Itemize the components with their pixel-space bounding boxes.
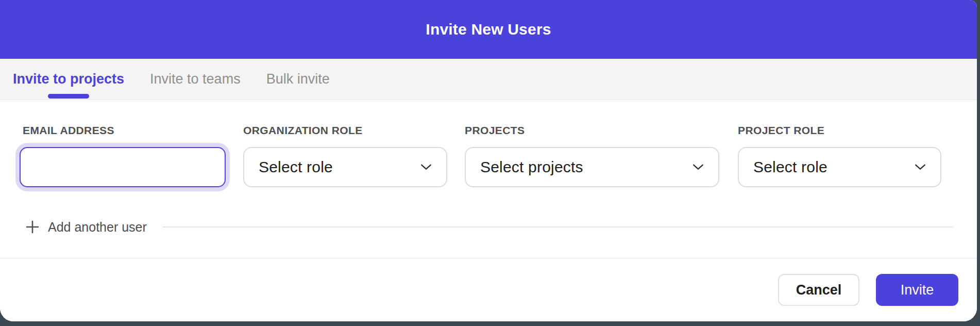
tab-label: Invite to projects xyxy=(13,71,124,87)
email-field-group: EMAIL ADDRESS xyxy=(15,124,233,187)
tab-label: Invite to teams xyxy=(150,71,241,87)
invite-button[interactable]: Invite xyxy=(876,274,958,306)
add-another-user-row: Add another user xyxy=(26,219,953,235)
email-input[interactable] xyxy=(20,147,226,187)
active-tab-underline xyxy=(48,94,89,99)
dialog-header: Invite New Users xyxy=(0,0,977,59)
tab-invite-to-teams[interactable]: Invite to teams xyxy=(150,59,241,100)
projects-value: Select projects xyxy=(480,158,583,176)
projects-field-group: PROJECTS Select projects xyxy=(465,124,719,187)
tab-bar: Invite to projects Invite to teams Bulk … xyxy=(0,59,977,100)
dialog-title: Invite New Users xyxy=(426,21,551,38)
invite-new-users-dialog: Invite New Users Invite to projects Invi… xyxy=(0,0,977,321)
projects-select[interactable]: Select projects xyxy=(465,147,719,187)
project-role-select[interactable]: Select role xyxy=(738,147,941,187)
divider-rule xyxy=(162,226,953,227)
project-role-label: PROJECT ROLE xyxy=(738,124,941,137)
add-another-user-label: Add another user xyxy=(48,220,147,235)
projects-label: PROJECTS xyxy=(465,124,719,137)
tab-bulk-invite[interactable]: Bulk invite xyxy=(266,59,330,100)
email-address-label: EMAIL ADDRESS xyxy=(23,124,233,137)
invite-form: EMAIL ADDRESS ORGANIZATION ROLE Select r… xyxy=(0,100,977,258)
organization-role-select[interactable]: Select role xyxy=(243,147,447,187)
cancel-button[interactable]: Cancel xyxy=(778,274,859,306)
organization-role-value: Select role xyxy=(259,158,333,176)
chevron-down-icon xyxy=(692,164,704,171)
project-role-field-group: PROJECT ROLE Select role xyxy=(738,124,941,187)
dialog-footer: Cancel Invite xyxy=(0,258,977,321)
tab-label: Bulk invite xyxy=(266,71,330,87)
organization-role-field-group: ORGANIZATION ROLE Select role xyxy=(243,124,447,187)
project-role-value: Select role xyxy=(753,158,827,176)
tab-invite-to-projects[interactable]: Invite to projects xyxy=(13,59,124,100)
add-another-user-button[interactable]: Add another user xyxy=(26,220,147,235)
plus-icon xyxy=(26,220,39,234)
chevron-down-icon xyxy=(420,164,432,171)
chevron-down-icon xyxy=(915,164,926,171)
organization-role-label: ORGANIZATION ROLE xyxy=(243,124,447,137)
